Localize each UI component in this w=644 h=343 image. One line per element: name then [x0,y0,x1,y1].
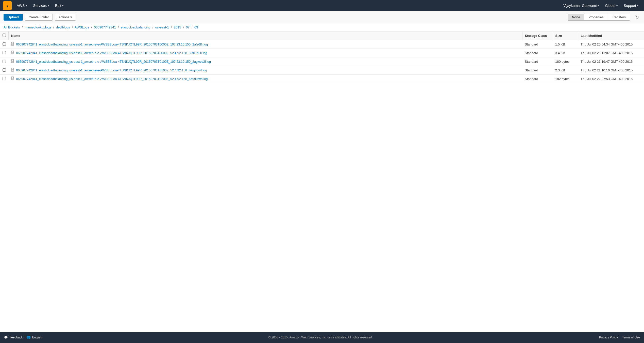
breadcrumb-2015[interactable]: 2015 [174,25,181,29]
file-name-link[interactable]: 065907742841_elasticloadbalancing_us-eas… [16,77,208,81]
row-storage-class: Standard [522,49,553,57]
file-icon [11,76,15,81]
row-size: 180 bytes [553,57,578,66]
create-folder-button[interactable]: Create Folder [25,14,53,21]
top-navigation: ▲ AWS ▾ Services ▾ Edit ▾ Vijaykumar Gos… [0,0,644,11]
breadcrumb-devlblogs[interactable]: devlblogs [56,25,70,29]
feedback-icon: 💬 [4,336,8,339]
col-checkbox [0,32,9,40]
breadcrumb-elasticloadbalancing[interactable]: elasticloadbalancing [121,25,150,29]
refresh-button[interactable]: ↻ [634,14,640,21]
row-last-modified: Thu Jul 02 21:10:16 GMT-400 2015 [578,66,644,75]
footer-copyright: © 2008 - 2015, Amazon Web Services, Inc.… [47,336,594,339]
breadcrumb-03[interactable]: 03 [194,25,198,29]
breadcrumb-all-buckets[interactable]: All Buckets [4,25,20,29]
row-last-modified: Thu Jul 02 21:19:47 GMT-400 2015 [578,57,644,66]
file-name-link[interactable]: 065907742841_elasticloadbalancing_us-eas… [16,60,211,64]
row-checkbox-cell [0,57,9,66]
toolbar: Upload Create Folder Actions ▾ None Prop… [0,11,644,23]
chevron-down-icon: ▾ [62,4,63,7]
file-table: Name Storage Class Size Last Modified 06… [0,32,644,83]
col-size-header[interactable]: Size [553,32,578,40]
table-header-row: Name Storage Class Size Last Modified [0,32,644,40]
row-name-cell: 065907742841_elasticloadbalancing_us-eas… [9,66,522,75]
row-checkbox[interactable] [3,42,6,46]
file-icon [11,68,15,73]
col-name-header[interactable]: Name [9,32,522,40]
actions-button[interactable]: Actions ▾ [55,14,76,21]
footer-right: Privacy Policy Terms of Use [599,336,640,339]
breadcrumb-us-east-1[interactable]: us-east-1 [155,25,169,29]
row-storage-class: Standard [522,66,553,75]
breadcrumb-account-id[interactable]: 065907742841 [94,25,116,29]
chevron-down-icon: ▾ [70,15,72,19]
table-row: 065907742841_elasticloadbalancing_us-eas… [0,75,644,83]
file-name-link[interactable]: 065907742841_elasticloadbalancing_us-eas… [16,51,207,55]
chevron-down-icon: ▾ [26,4,27,7]
row-name-cell: 065907742841_elasticloadbalancing_us-eas… [9,75,522,83]
privacy-policy-link[interactable]: Privacy Policy [599,336,618,339]
tab-properties[interactable]: Properties [584,14,608,20]
table-row: 065907742841_elasticloadbalancing_us-eas… [0,40,644,49]
breadcrumb-07[interactable]: 07 [186,25,190,29]
row-name-cell: 065907742841_elasticloadbalancing_us-eas… [9,57,522,66]
row-checkbox[interactable] [3,77,6,80]
nav-aws[interactable]: AWS ▾ [14,3,29,9]
breadcrumb-mymedlookuplogs[interactable]: mymedlookuplogs [25,25,51,29]
row-checkbox-cell [0,40,9,49]
aws-logo[interactable]: ▲ [3,1,12,10]
feedback-button[interactable]: 💬 Feedback [4,336,23,339]
language-selector[interactable]: 🌐 English [27,336,42,339]
upload-button[interactable]: Upload [4,14,23,21]
row-size: 2.3 KB [553,66,578,75]
row-checkbox-cell [0,49,9,57]
nav-right: Vijaykumar Goswami ▾ Global ▾ Support ▾ [561,3,641,9]
chevron-down-icon: ▾ [637,4,638,7]
row-last-modified: Thu Jul 02 22:27:53 GMT-400 2015 [578,75,644,83]
view-tabs: None Properties Transfers [568,14,630,21]
row-last-modified: Thu Jul 02 20:04:34 GMT-400 2015 [578,40,644,49]
nav-user[interactable]: Vijaykumar Goswami ▾ [561,3,601,9]
row-size: 3.4 KB [553,49,578,57]
row-checkbox-cell [0,75,9,83]
row-size: 1.5 KB [553,40,578,49]
row-storage-class: Standard [522,40,553,49]
row-checkbox[interactable] [3,60,6,63]
file-name-link[interactable]: 065907742841_elasticloadbalancing_us-eas… [16,43,208,46]
svg-text:▲: ▲ [6,4,9,8]
tab-transfers[interactable]: Transfers [608,14,630,20]
row-storage-class: Standard [522,75,553,83]
chevron-down-icon: ▾ [48,4,49,7]
breadcrumb-awslogs[interactable]: AWSLogs [75,25,89,29]
row-checkbox[interactable] [3,51,6,54]
tab-none[interactable]: None [568,14,585,20]
row-name-cell: 065907742841_elasticloadbalancing_us-eas… [9,40,522,49]
file-icon [11,59,15,64]
select-all-checkbox[interactable] [3,34,6,37]
row-size: 182 bytes [553,75,578,83]
terms-of-use-link[interactable]: Terms of Use [622,336,640,339]
nav-edit[interactable]: Edit ▾ [53,3,66,9]
table-row: 065907742841_elasticloadbalancing_us-eas… [0,57,644,66]
globe-icon: 🌐 [27,336,31,339]
row-checkbox-cell [0,66,9,75]
table-row: 065907742841_elasticloadbalancing_us-eas… [0,66,644,75]
chevron-down-icon: ▾ [598,4,599,7]
table-row: 065907742841_elasticloadbalancing_us-eas… [0,49,644,57]
file-name-link[interactable]: 065907742841_elasticloadbalancing_us-eas… [16,69,207,72]
breadcrumb: All Buckets / mymedlookuplogs / devlblog… [0,23,644,32]
nav-support[interactable]: Support ▾ [621,3,641,9]
file-icon [11,42,15,47]
nav-services[interactable]: Services ▾ [30,3,52,9]
chevron-down-icon: ▾ [616,4,618,7]
row-storage-class: Standard [522,57,553,66]
nav-global[interactable]: Global ▾ [602,3,620,9]
content-area: Name Storage Class Size Last Modified 06… [0,32,644,332]
col-modified-header[interactable]: Last Modified [578,32,644,40]
row-checkbox[interactable] [3,68,6,72]
col-storage-header[interactable]: Storage Class [522,32,553,40]
file-icon [11,51,15,55]
row-name-cell: 065907742841_elasticloadbalancing_us-eas… [9,49,522,57]
footer: 💬 Feedback 🌐 English © 2008 - 2015, Amaz… [0,332,644,343]
row-last-modified: Thu Jul 02 20:11:07 GMT-400 2015 [578,49,644,57]
